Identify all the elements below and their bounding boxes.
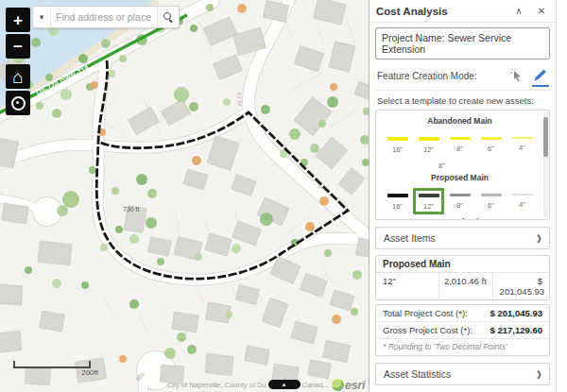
- attribution-bar: City of Naperville, County of Du ▲ Canad…: [0, 378, 369, 391]
- zoom-in-button[interactable]: +: [6, 8, 30, 32]
- search-icon: [163, 12, 173, 22]
- locate-icon: [11, 96, 26, 111]
- group-title-proposed-valves: Proposed Valves: [380, 217, 540, 220]
- template-item[interactable]: 8": [444, 188, 475, 214]
- scalebar-line: [13, 366, 91, 368]
- feature-creation-mode-row: Feature Creation Mode:: [375, 64, 550, 91]
- template-item[interactable]: 16": [382, 188, 413, 214]
- scalebar-tick: [13, 361, 15, 368]
- gross-cost-value: $ 217,129.60: [490, 325, 542, 335]
- scalebar: 200ft: [13, 360, 91, 375]
- template-item[interactable]: 6": [475, 188, 507, 214]
- template-item[interactable]: 8": [444, 131, 475, 158]
- asset-length: 2,010.46 ft: [438, 273, 492, 299]
- esri-logo: esri: [332, 378, 365, 392]
- asset-size: 12": [376, 273, 438, 299]
- template-item[interactable]: 4": [507, 131, 538, 158]
- attribution-text-2: Canad...: [302, 381, 329, 389]
- home-icon: ⌂: [12, 68, 23, 86]
- results-area: Proposed Main 12" 2,010.46 ft $ 201,045.…: [375, 255, 550, 356]
- project-name-box: Project Name: Sewer Service Extension: [375, 27, 550, 60]
- gross-cost-row: Gross Project Cost (*): $ 217,129.60: [376, 322, 549, 339]
- scalebar-tick: [89, 361, 91, 368]
- close-icon[interactable]: ✕: [534, 6, 549, 16]
- draw-mode-button[interactable]: [533, 68, 548, 84]
- asset-cost: $ 201,045.93: [492, 273, 549, 299]
- scalebar-label: 200ft: [81, 368, 98, 377]
- map-canvas[interactable]: Up-720 DWN-719730 ftez CtMis + − ⌂ ▾ 200…: [0, 0, 369, 392]
- group-title-proposed-main: Proposed Main: [380, 173, 540, 182]
- chevron-right-icon: ›: [537, 231, 541, 245]
- result-group-title: Proposed Main: [376, 256, 549, 273]
- asset-statistics-section[interactable]: Asset Statistics ›: [375, 363, 550, 385]
- table-row: 12" 2,010.46 ft $ 201,045.93: [376, 273, 549, 299]
- panel-body: Project Name: Sewer Service Extension Fe…: [369, 22, 556, 392]
- attribution-toggle[interactable]: ▲: [268, 380, 301, 389]
- search-button[interactable]: [157, 7, 179, 27]
- esri-globe-icon: [332, 379, 344, 391]
- abandoned-main-row: 16" 12" 8" 6" 4": [380, 131, 540, 158]
- template-scrollbar-thumb[interactable]: [543, 117, 548, 157]
- template-item[interactable]: 12": [413, 131, 444, 158]
- basemap-svg: Up-720 DWN-719730 ftez CtMis: [0, 0, 369, 392]
- chevron-right-icon: ›: [537, 367, 541, 381]
- home-button[interactable]: ⌂: [6, 64, 30, 89]
- chevron-down-icon: ▾: [40, 12, 44, 22]
- map-label: ez Ct: [235, 92, 243, 106]
- minus-icon: −: [13, 39, 23, 55]
- cost-analysis-panel: Cost Analysis ∧ ✕ Project Name: Sewer Se…: [369, 0, 567, 392]
- template-item[interactable]: 6": [475, 131, 507, 158]
- magic-cursor-icon: [509, 68, 524, 82]
- template-item-selected-12in[interactable]: 12": [413, 188, 444, 214]
- zoom-out-button[interactable]: −: [6, 34, 30, 59]
- feature-creation-mode-label: Feature Creation Mode:: [377, 71, 501, 81]
- search-input[interactable]: [51, 7, 157, 27]
- map-label: 730 ft: [123, 206, 140, 213]
- total-cost-label: Total Project Cost (*):: [383, 308, 490, 318]
- pencil-icon: [533, 68, 548, 82]
- search-source-dropdown[interactable]: ▾: [33, 7, 51, 27]
- asset-statistics-label: Asset Statistics: [384, 368, 537, 380]
- template-item-overflow[interactable]: 8": [380, 159, 540, 170]
- proposed-main-row: 16" 12" 8" 6" 4": [380, 188, 540, 214]
- gross-cost-label: Gross Project Cost (*):: [383, 325, 490, 335]
- group-title-abandoned-main: Abandoned Main: [380, 116, 540, 126]
- template-scrollbar[interactable]: [543, 111, 548, 218]
- rounding-note: * Rounding to 'Two Decimal Points': [376, 339, 549, 355]
- panel-title: Cost Analysis: [376, 6, 504, 17]
- esri-wordmark: esri: [345, 378, 365, 392]
- totals-table: Total Project Cost (*): $ 201,045.93 Gro…: [375, 304, 550, 356]
- smart-mode-button[interactable]: [509, 68, 524, 84]
- locate-button[interactable]: [6, 91, 30, 115]
- total-cost-row: Total Project Cost (*): $ 201,045.93: [376, 305, 549, 322]
- asset-items-label: Asset Items: [384, 232, 537, 244]
- template-item[interactable]: 16": [382, 131, 413, 158]
- template-prompt: Select a template to create new assets:: [377, 95, 548, 106]
- template-item[interactable]: 4": [507, 188, 538, 214]
- template-picker: Abandoned Main 16" 12" 8" 6" 4" 8" Propo…: [375, 110, 550, 220]
- total-cost-value: $ 201,045.93: [490, 308, 542, 318]
- plus-icon: +: [13, 12, 23, 28]
- search-box[interactable]: ▾: [32, 6, 180, 28]
- project-name-label: Project Name: Sewer Service Extension: [382, 32, 511, 55]
- panel-header: Cost Analysis ∧ ✕: [369, 0, 556, 23]
- attribution-text: City of Naperville, County of Du: [167, 381, 266, 389]
- asset-items-section[interactable]: Asset Items ›: [375, 227, 550, 249]
- collapse-icon[interactable]: ∧: [511, 6, 526, 16]
- panel-frame: Cost Analysis ∧ ✕ Project Name: Sewer Se…: [369, 0, 557, 392]
- proposed-main-table: Proposed Main 12" 2,010.46 ft $ 201,045.…: [375, 255, 550, 300]
